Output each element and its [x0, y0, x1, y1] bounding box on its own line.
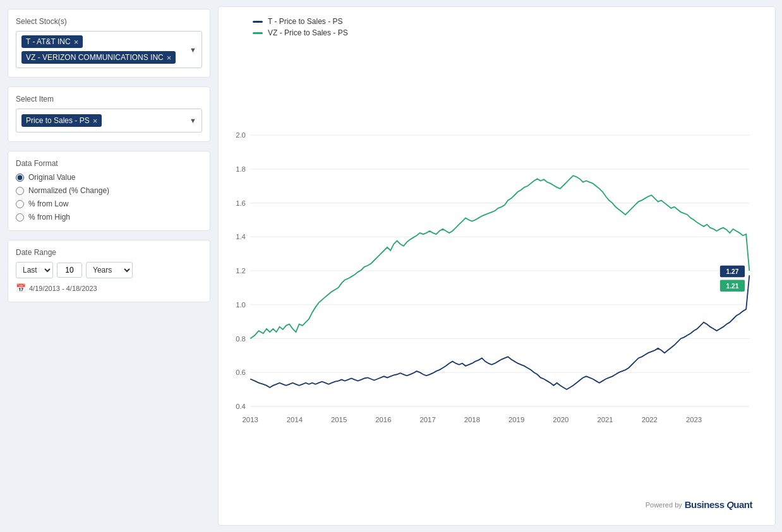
- data-format-section: Data Format Original Value Normalized (%…: [8, 151, 210, 231]
- right-panel: T - Price to Sales - PS VZ - Price to Sa…: [218, 0, 782, 532]
- vz-line: [250, 175, 749, 338]
- radio-from-low[interactable]: % from Low: [16, 199, 202, 208]
- svg-text:0.4: 0.4: [236, 403, 246, 410]
- powered-by: Powered by Business Quant: [646, 499, 752, 510]
- select-stocks-label: Select Stock(s): [16, 17, 202, 26]
- vz-value-label: 1.21: [726, 283, 738, 290]
- radio-original-value[interactable]: Original Value: [16, 173, 202, 182]
- chart-svg: 2.0 1.8 1.6 1.4 1.2 1.0 0.8 0.6 0.4: [227, 44, 762, 516]
- date-unit-select[interactable]: Years Months Days: [86, 262, 133, 278]
- stock-tag-vz-close[interactable]: ×: [167, 54, 172, 62]
- legend-dot-t: [253, 21, 263, 23]
- brand-name: Business Quant: [685, 499, 752, 510]
- legend-dot-vz: [253, 32, 263, 34]
- radio-original-value-label: Original Value: [28, 173, 75, 182]
- date-display: 📅 4/19/2013 - 4/18/2023: [16, 283, 202, 293]
- item-dropdown-arrow[interactable]: ▼: [189, 117, 196, 124]
- radio-from-low-label: % from Low: [28, 199, 68, 208]
- chart-area: 2.0 1.8 1.6 1.4 1.2 1.0 0.8 0.6 0.4: [227, 44, 762, 516]
- calendar-icon: 📅: [16, 283, 26, 293]
- radio-from-high[interactable]: % from High: [16, 213, 202, 222]
- item-select-box[interactable]: Price to Sales - PS × ▼: [16, 109, 202, 133]
- chart-container: T - Price to Sales - PS VZ - Price to Sa…: [218, 6, 776, 526]
- select-item-section: Select Item Price to Sales - PS × ▼: [8, 86, 210, 142]
- radio-normalized-input[interactable]: [16, 187, 24, 195]
- svg-text:2017: 2017: [419, 416, 435, 423]
- svg-text:1.8: 1.8: [236, 165, 246, 173]
- stock-tag-t-label: T - AT&T INC: [26, 37, 71, 46]
- date-number-input[interactable]: [57, 263, 82, 278]
- legend-item-vz: VZ - Price to Sales - PS: [253, 28, 762, 37]
- svg-text:2.0: 2.0: [236, 131, 246, 139]
- date-range-label: Date Range: [16, 248, 202, 257]
- svg-text:1.6: 1.6: [236, 199, 246, 207]
- radio-from-low-input[interactable]: [16, 200, 24, 208]
- stocks-dropdown-arrow[interactable]: ▼: [189, 46, 196, 54]
- select-stocks-section: Select Stock(s) T - AT&T INC × VZ - VERI…: [8, 9, 210, 78]
- radio-from-high-input[interactable]: [16, 213, 24, 222]
- legend-label-t: T - Price to Sales - PS: [268, 17, 342, 26]
- date-range-row: Last Next Years Months Days: [16, 262, 202, 278]
- svg-text:1.0: 1.0: [236, 301, 246, 309]
- date-period-select[interactable]: Last Next: [16, 262, 53, 278]
- brand-logo: Business Quant: [685, 499, 752, 510]
- svg-text:1.4: 1.4: [236, 233, 246, 240]
- radio-normalized[interactable]: Normalized (% Change): [16, 186, 202, 195]
- svg-text:2022: 2022: [642, 416, 658, 423]
- stock-tag-t[interactable]: T - AT&T INC ×: [21, 35, 83, 48]
- svg-text:2013: 2013: [243, 416, 258, 423]
- t-value-label: 1.27: [726, 268, 738, 275]
- svg-text:2016: 2016: [375, 416, 391, 423]
- radio-from-high-label: % from High: [28, 213, 70, 222]
- date-range-section: Date Range Last Next Years Months Days 📅…: [8, 240, 210, 302]
- left-panel: Select Stock(s) T - AT&T INC × VZ - VERI…: [0, 0, 218, 532]
- data-format-radio-group: Original Value Normalized (% Change) % f…: [16, 173, 202, 222]
- item-tag-ps-close[interactable]: ×: [93, 117, 98, 125]
- svg-text:2014: 2014: [287, 416, 303, 423]
- svg-text:2019: 2019: [508, 416, 524, 423]
- svg-text:2020: 2020: [553, 416, 568, 423]
- powered-by-text: Powered by: [646, 501, 682, 509]
- stock-tag-vz-label: VZ - VERIZON COMMUNICATIONS INC: [26, 53, 164, 62]
- radio-original-value-input[interactable]: [16, 174, 24, 182]
- item-tag-ps-label: Price to Sales - PS: [26, 116, 90, 125]
- svg-text:1.2: 1.2: [236, 267, 246, 275]
- svg-text:0.8: 0.8: [236, 335, 246, 343]
- date-range-display: 4/19/2013 - 4/18/2023: [29, 285, 97, 292]
- stock-tag-t-close[interactable]: ×: [74, 38, 79, 46]
- svg-text:2023: 2023: [686, 416, 702, 423]
- data-format-label: Data Format: [16, 159, 202, 168]
- svg-text:2018: 2018: [464, 416, 480, 423]
- stock-tag-vz[interactable]: VZ - VERIZON COMMUNICATIONS INC ×: [21, 51, 176, 64]
- svg-text:0.6: 0.6: [236, 369, 246, 376]
- select-item-label: Select Item: [16, 95, 202, 103]
- svg-text:2021: 2021: [597, 416, 613, 423]
- item-tag-ps[interactable]: Price to Sales - PS ×: [21, 114, 102, 127]
- radio-normalized-label: Normalized (% Change): [28, 186, 109, 195]
- chart-legend: T - Price to Sales - PS VZ - Price to Sa…: [253, 17, 762, 37]
- stocks-select-box[interactable]: T - AT&T INC × VZ - VERIZON COMMUNICATIO…: [16, 31, 202, 68]
- svg-text:2015: 2015: [331, 416, 347, 423]
- legend-item-t: T - Price to Sales - PS: [253, 17, 762, 26]
- legend-label-vz: VZ - Price to Sales - PS: [268, 28, 348, 37]
